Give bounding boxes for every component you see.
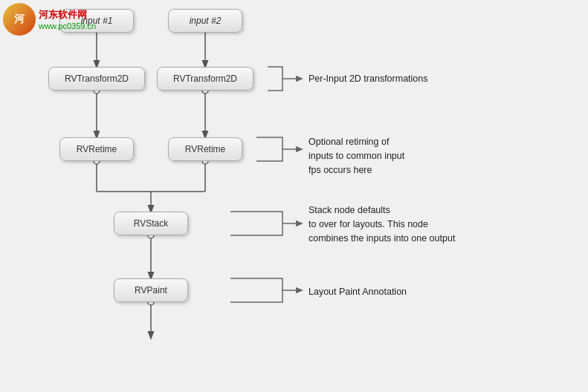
watermark: 河 河东软件网 www.pc0359.cn xyxy=(3,3,92,36)
rv-transform-2: RVTransform2D xyxy=(157,67,253,91)
watermark-url: www.pc0359.cn xyxy=(39,22,96,30)
annotation-stack: Stack node defaultsto over for layouts. … xyxy=(308,203,455,245)
diagram-arrows xyxy=(0,0,588,392)
watermark-icon: 河 xyxy=(3,3,36,36)
rv-transform-1: RVTransform2D xyxy=(48,67,145,91)
rv-paint: RVPaint xyxy=(114,278,188,302)
input-label-2: input #2 xyxy=(168,9,242,33)
annotation-transform: Per-Input 2D transformations xyxy=(308,72,428,86)
watermark-name: 河东软件网 xyxy=(39,8,96,22)
rv-retime-2: RVRetime xyxy=(168,137,242,161)
rv-retime-1: RVRetime xyxy=(59,137,134,161)
annotation-paint: Layout Paint Annotation xyxy=(308,285,407,299)
rv-stack: RVStack xyxy=(114,212,188,235)
annotation-retime: Optional retiming ofinputs to common inp… xyxy=(308,135,404,177)
